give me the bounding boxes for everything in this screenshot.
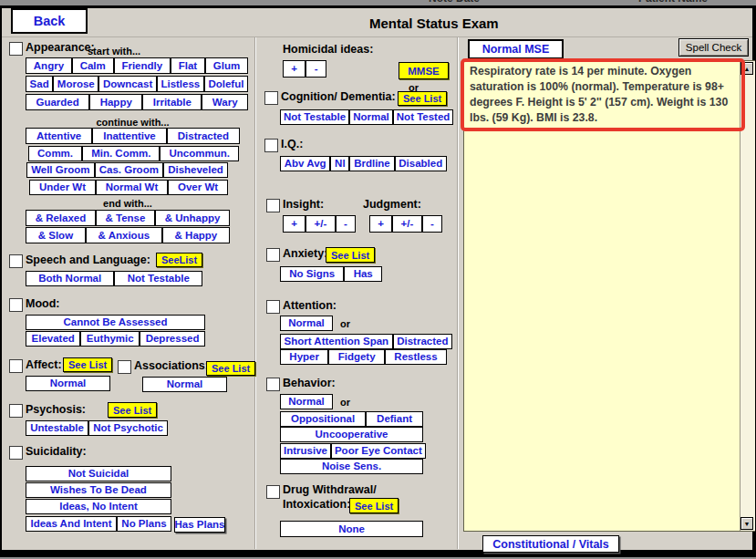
option-button-elevated[interactable]: Elevated: [26, 331, 80, 347]
back-button[interactable]: Back: [11, 8, 88, 34]
appearance-checkbox[interactable]: [9, 42, 23, 56]
option-button-sad[interactable]: Sad: [26, 76, 53, 92]
option-button-has-plans[interactable]: Has Plans: [174, 517, 225, 533]
speech-checkbox[interactable]: [9, 254, 23, 268]
option-button-hyper[interactable]: Hyper: [280, 349, 328, 365]
option-button-relaxed[interactable]: & Relaxed: [26, 210, 96, 226]
option-button-slow[interactable]: & Slow: [26, 227, 86, 243]
option-button-nl[interactable]: Nl: [330, 156, 349, 171]
anxiety-checkbox[interactable]: [266, 248, 280, 262]
option-button-attentive[interactable]: Attentive: [26, 128, 92, 144]
speech-see-list-button[interactable]: SeeList: [156, 253, 202, 267]
anxiety-see-list-button[interactable]: See List: [326, 247, 375, 263]
option-button-happy[interactable]: & Happy: [162, 227, 230, 243]
option-button-flat[interactable]: Flat: [171, 57, 205, 74]
option-button-fidgety[interactable]: Fidgety: [328, 349, 385, 365]
option-button-plus[interactable]: +: [283, 215, 306, 233]
affect-see-list-button[interactable]: See List: [63, 357, 112, 372]
option-button-downcast[interactable]: Downcast: [98, 76, 157, 92]
option-button-inattentive[interactable]: Inattentive: [92, 128, 167, 144]
option-button-normal[interactable]: Normal: [349, 109, 393, 125]
option-button-both-normal[interactable]: Both Normal: [26, 271, 114, 286]
drug-withdrawal-checkbox[interactable]: [266, 485, 280, 499]
associations-normal-button[interactable]: Normal: [142, 377, 227, 392]
option-button-short-attention-span[interactable]: Short Attention Span: [280, 334, 393, 349]
option-button-uncommun[interactable]: Uncommun.: [160, 146, 239, 161]
option-button-minus[interactable]: -: [306, 60, 326, 78]
option-button-morose[interactable]: Morose: [53, 76, 98, 92]
option-button-cas-groom[interactable]: Cas. Groom: [95, 162, 163, 178]
option-button-listless[interactable]: Listless: [157, 76, 204, 92]
option-button-has[interactable]: Has: [344, 266, 382, 282]
affect-checkbox[interactable]: [9, 359, 23, 373]
mood-checkbox[interactable]: [9, 298, 23, 312]
option-button-ideas-and-intent[interactable]: Ideas And Intent: [26, 516, 117, 532]
scroll-up-icon[interactable]: ▲: [740, 62, 753, 75]
scroll-down-icon[interactable]: ▼: [740, 517, 753, 530]
option-button-none[interactable]: None: [280, 521, 423, 537]
mse-note-text[interactable]: Respiratory rate is 14 per minute. Oxyge…: [470, 64, 736, 126]
cognition-checkbox[interactable]: [264, 91, 278, 105]
option-button-not-tested[interactable]: Not Tested: [393, 109, 454, 125]
option-button-euthymic[interactable]: Euthymic: [80, 331, 140, 347]
option-button-poor-eye-contact[interactable]: Poor Eye Contact: [331, 443, 426, 459]
option-button-not-suicidal[interactable]: Not Suicidal: [26, 466, 171, 481]
option-button-noise-sens[interactable]: Noise Sens.: [280, 459, 423, 474]
behavior-normal-button[interactable]: Normal: [280, 394, 333, 409]
option-button-abv-avg[interactable]: Abv Avg: [280, 156, 330, 171]
option-button-plus-minus[interactable]: +/-: [392, 215, 421, 233]
option-button-plus[interactable]: +: [369, 215, 392, 233]
option-button-no-signs[interactable]: No Signs: [280, 266, 344, 282]
option-button-minus[interactable]: -: [422, 215, 442, 233]
option-button-min-comm[interactable]: Min. Comm.: [82, 146, 160, 161]
option-button-depressed[interactable]: Depressed: [140, 331, 205, 347]
option-button-irritable[interactable]: Irritable: [142, 94, 202, 110]
attention-checkbox[interactable]: [266, 300, 280, 314]
option-button-not-testable[interactable]: Not Testable: [114, 271, 202, 286]
option-button-cannot-be-assessed[interactable]: Cannot Be Assessed: [26, 315, 205, 330]
option-button-defiant[interactable]: Defiant: [366, 411, 423, 427]
option-button-happy[interactable]: Happy: [89, 94, 142, 110]
behavior-checkbox[interactable]: [266, 378, 280, 391]
option-button-guarded[interactable]: Guarded: [26, 94, 89, 110]
option-button-disheveled[interactable]: Disheveled: [163, 162, 228, 178]
affect-normal-button[interactable]: Normal: [26, 376, 110, 391]
spell-check-button[interactable]: Spell Check: [678, 38, 749, 57]
mse-note-area[interactable]: [463, 60, 755, 532]
option-button-disabled[interactable]: Disabled: [395, 156, 447, 171]
option-button-uncooperative[interactable]: Uncooperative: [280, 427, 423, 442]
option-button-normal-wt[interactable]: Normal Wt: [96, 180, 168, 195]
option-button-friendly[interactable]: Friendly: [114, 57, 171, 74]
mmse-button[interactable]: MMSE: [399, 62, 449, 79]
option-button-plus[interactable]: +: [283, 60, 306, 78]
option-button-comm[interactable]: Comm.: [28, 146, 82, 161]
constitutional-vitals-button[interactable]: Constitutional / Vitals: [482, 535, 619, 553]
option-button-unhappy[interactable]: & Unhappy: [155, 210, 230, 226]
option-button-intrusive[interactable]: Intrusive: [280, 443, 331, 459]
option-button-tense[interactable]: & Tense: [96, 210, 155, 226]
cognition-see-list-button[interactable]: See List: [398, 91, 447, 106]
option-button-oppositional[interactable]: Oppositional: [280, 411, 366, 427]
option-button-well-groom[interactable]: Well Groom: [26, 162, 95, 178]
option-button-under-wt[interactable]: Under Wt: [29, 180, 96, 195]
option-button-not-testable[interactable]: Not Testable: [280, 109, 349, 125]
option-button-glum[interactable]: Glum: [205, 57, 248, 74]
option-button-untestable[interactable]: Untestable: [26, 420, 88, 436]
option-button-distracted[interactable]: Distracted: [167, 128, 240, 144]
option-button-restless[interactable]: Restless: [385, 349, 447, 365]
option-button-anxious[interactable]: & Anxious: [86, 227, 162, 243]
psychosis-see-list-button[interactable]: See List: [108, 402, 157, 418]
option-button-wary[interactable]: Wary: [202, 94, 248, 110]
iq-checkbox[interactable]: [264, 139, 278, 152]
note-scrollbar[interactable]: [740, 61, 755, 531]
option-button-minus[interactable]: -: [336, 215, 356, 233]
drug-see-list-button[interactable]: See List: [349, 498, 399, 513]
suicidality-checkbox[interactable]: [9, 446, 23, 460]
associations-see-list-button[interactable]: See List: [206, 361, 255, 376]
option-button-wishes-to-be-dead[interactable]: Wishes To Be Dead: [26, 482, 171, 498]
option-button-calm[interactable]: Calm: [72, 57, 114, 74]
insight-checkbox[interactable]: [266, 199, 280, 212]
associations-checkbox[interactable]: [118, 360, 131, 374]
option-button-over-wt[interactable]: Over Wt: [168, 180, 228, 195]
normal-mse-button[interactable]: Normal MSE: [468, 39, 564, 59]
